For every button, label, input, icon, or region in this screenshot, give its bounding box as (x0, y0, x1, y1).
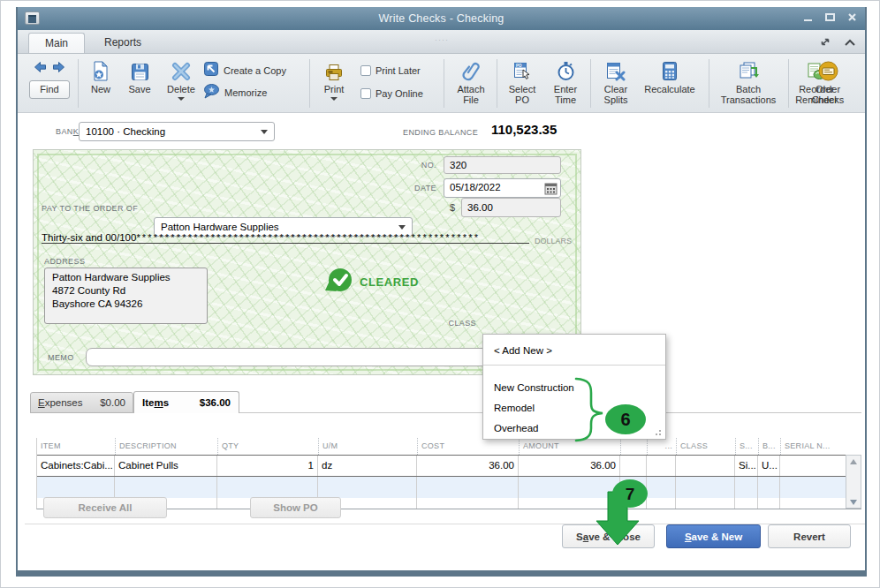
scroll-up-icon[interactable] (846, 456, 861, 467)
minimize-button[interactable] (802, 11, 814, 23)
print-dropdown-caret[interactable] (330, 97, 338, 101)
currency-symbol: $ (450, 202, 455, 213)
print-later-option: Print Later (360, 62, 421, 79)
amount-field[interactable]: 36.00 (461, 198, 561, 217)
batch-transactions-icon (738, 60, 759, 81)
cell-s[interactable]: Si... (735, 456, 758, 476)
pay-to-order-label: PAY TO THE ORDER OF (42, 204, 138, 213)
write-checks-window: Write Checks - Checking Main Reports ···… (16, 7, 867, 577)
close-button[interactable] (846, 11, 858, 23)
cell-item[interactable]: Cabinets:Cabi... (37, 456, 115, 476)
cell-um[interactable]: dz (318, 456, 417, 476)
class-dropdown-list: < Add New > New Construction Remodel Ove… (482, 334, 666, 440)
toolbar: Find New Save Delete Create a Copy (18, 54, 865, 113)
memorize-icon (203, 83, 220, 102)
delete-icon (171, 60, 191, 81)
cell-serial[interactable] (780, 456, 846, 476)
batch-transactions-button[interactable]: Batch Transactions (714, 54, 783, 113)
ribbon-tabstrip: Main Reports ···· (18, 30, 865, 54)
cell-b[interactable]: U... (758, 456, 780, 476)
back-arrow-icon[interactable] (34, 61, 47, 77)
scroll-down-icon[interactable] (846, 496, 861, 508)
cell-cost[interactable]: 36.00 (417, 456, 519, 476)
cell-class[interactable] (676, 456, 735, 476)
new-icon (92, 60, 110, 81)
screenshot-root: Write Checks - Checking Main Reports ···… (0, 0, 880, 588)
tab-reports[interactable]: Reports (88, 33, 157, 53)
cell-description[interactable]: Cabinet Pulls (115, 456, 217, 476)
new-button[interactable]: New (83, 54, 118, 113)
items-amount: $36.00 (200, 397, 231, 408)
cell-qty[interactable]: 1 (217, 456, 318, 476)
check-form: BANK ACCOUNT 10100 · Checking ENDING BAL… (25, 113, 865, 570)
toolbar-separator (78, 59, 79, 108)
titlebar: Write Checks - Checking (18, 7, 865, 30)
window-system-icon[interactable] (25, 11, 40, 25)
forward-arrow-icon[interactable] (52, 61, 65, 77)
combo-arrow-icon (398, 225, 406, 230)
check-date-field[interactable]: 05/18/2022 (444, 178, 561, 198)
maximize-button[interactable] (824, 11, 836, 23)
create-copy-button[interactable]: Create a Copy (203, 62, 286, 79)
collapse-ribbon-icon[interactable] (844, 35, 856, 51)
print-button[interactable]: Print (316, 54, 352, 113)
pay-online-option: Pay Online (360, 85, 423, 102)
save-button[interactable]: Save (122, 54, 157, 113)
dropdown-resize-grip[interactable] (654, 428, 661, 435)
table-header-row: ITEM DESCRIPTION QTY U/M COST AMOUNT ...… (37, 438, 846, 455)
amount-in-words: Thirty-six and 00/100*******************… (42, 232, 572, 245)
revert-button[interactable]: Revert (768, 524, 851, 548)
calculator-icon (661, 60, 679, 81)
table-row: Cabinets:Cabi... Cabinet Pulls 1 dz 36.0… (37, 455, 846, 477)
show-po-button[interactable]: Show PO (250, 497, 341, 518)
find-button[interactable]: Find (29, 80, 70, 99)
toolbar-separator (788, 59, 789, 108)
tab-main[interactable]: Main (28, 33, 85, 53)
table-scrollbar[interactable] (846, 455, 861, 509)
dropdown-item[interactable]: New Construction (494, 378, 658, 398)
dropdown-item[interactable]: Remodel (494, 398, 658, 418)
toolbar-separator (444, 59, 444, 108)
delete-dropdown-caret[interactable] (178, 97, 185, 101)
memo-label: MEMO (48, 353, 74, 362)
select-po-button[interactable]: PO Select PO (502, 54, 542, 113)
recalculate-button[interactable]: Recalculate (638, 54, 702, 113)
clear-splits-icon (606, 60, 626, 81)
save-icon (131, 60, 149, 81)
dollars-label: DOLLARS (535, 237, 572, 245)
cleared-check-icon (323, 268, 353, 297)
cell-amount[interactable]: 36.00 (519, 456, 620, 476)
save-close-button[interactable]: Save & Close (562, 524, 655, 548)
tab-expenses[interactable]: Expenses $0.00 (30, 392, 133, 413)
strip-drag-dots: ···· (435, 38, 451, 41)
class-label: CLASS (423, 319, 476, 328)
attach-file-button[interactable]: Attach File (451, 54, 491, 113)
expenses-amount: $0.00 (100, 397, 125, 408)
save-new-button[interactable]: Save & New (666, 524, 761, 548)
select-po-icon: PO (513, 60, 532, 81)
check-no-label: NO. (383, 161, 436, 170)
order-checks-button[interactable]: Order Checks (808, 54, 848, 113)
address-label: ADDRESS (44, 257, 85, 266)
delete-button[interactable]: Delete (161, 54, 201, 113)
check-no-field[interactable]: 320 (444, 156, 561, 174)
dropdown-item-add-new[interactable]: < Add New > (494, 341, 658, 361)
clear-splits-button[interactable]: Clear Splits (596, 54, 636, 113)
ending-balance-value: 110,523.35 (491, 122, 557, 137)
enter-time-button[interactable]: Enter Time (546, 54, 585, 113)
tab-items[interactable]: Items $36.00 (133, 391, 239, 413)
print-options-group: Print Later Pay Online (360, 54, 438, 113)
print-later-checkbox[interactable] (360, 65, 371, 76)
pay-online-checkbox[interactable] (360, 88, 371, 99)
ending-balance-label: ENDING BALANCE (403, 128, 478, 137)
svg-text:PO: PO (516, 64, 522, 68)
bank-account-combo[interactable]: 10100 · Checking (79, 122, 275, 141)
cleared-stamp: CLEARED (323, 268, 419, 297)
memorize-button[interactable]: Memorize (203, 84, 267, 102)
expand-window-icon[interactable] (819, 35, 831, 51)
address-box[interactable]: Patton Hardware Supplies 4872 County Rd … (44, 268, 208, 324)
stopwatch-icon (557, 60, 575, 81)
dropdown-item[interactable]: Overhead (494, 418, 658, 439)
combo-arrow-icon (261, 130, 268, 134)
receive-all-button[interactable]: Receive All (43, 497, 167, 518)
